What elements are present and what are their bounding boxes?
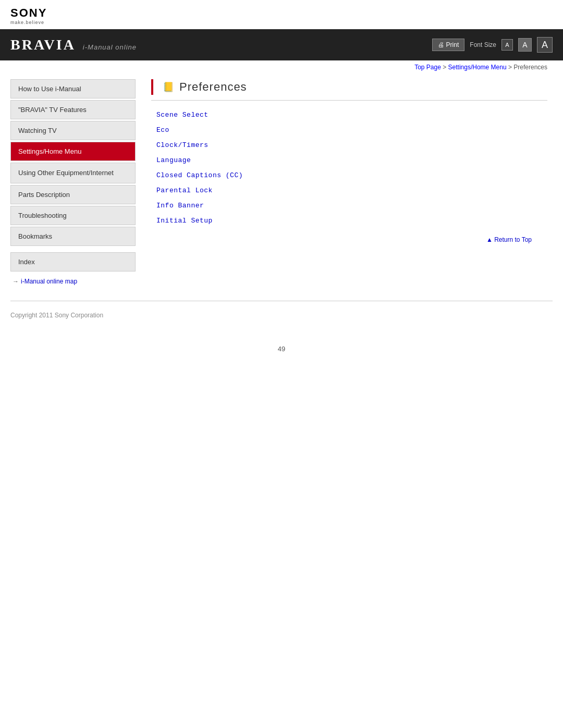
main-layout: How to Use i-Manual "BRAVIA" TV Features… xyxy=(0,74,563,295)
bravia-logo: BRAVIA i-Manual online xyxy=(10,36,137,53)
sony-logo: SONY xyxy=(10,6,553,20)
sidebar-item-troubleshooting[interactable]: Troubleshooting xyxy=(10,206,136,225)
link-eco[interactable]: Eco xyxy=(156,126,547,134)
sidebar-map-link: →i-Manual online map xyxy=(10,277,136,285)
return-to-top-link[interactable]: ▲ Return to Top xyxy=(486,236,532,243)
arrow-icon: → xyxy=(13,278,19,285)
page-title: Preferences xyxy=(179,80,247,94)
return-to-top-section: ▲ Return to Top xyxy=(151,225,547,249)
link-parental-lock[interactable]: Parental Lock xyxy=(156,187,547,194)
sony-logo-area: SONY make.believe xyxy=(0,0,563,29)
header-controls: 🖨 Print Font Size A A A xyxy=(432,37,553,53)
copyright-text: Copyright 2011 Sony Corporation xyxy=(10,312,103,319)
breadcrumb-settings[interactable]: Settings/Home Menu xyxy=(448,64,507,71)
breadcrumb: Top Page > Settings/Home Menu > Preferen… xyxy=(0,60,563,74)
sidebar: How to Use i-Manual "BRAVIA" TV Features… xyxy=(10,79,136,285)
return-to-top-arrow-icon: ▲ xyxy=(486,236,494,243)
link-clock-timers[interactable]: Clock/Timers xyxy=(156,141,547,149)
content-area: 📒 Preferences Scene Select Eco Clock/Tim… xyxy=(146,79,553,285)
top-bar: BRAVIA i-Manual online 🖨 Print Font Size… xyxy=(0,29,563,60)
bravia-brand: BRAVIA xyxy=(10,36,76,53)
preferences-icon: 📒 xyxy=(163,81,174,93)
imanual-map-link[interactable]: →i-Manual online map xyxy=(13,278,77,285)
print-icon: 🖨 xyxy=(438,41,444,48)
breadcrumb-top-page[interactable]: Top Page xyxy=(414,64,441,71)
bravia-tagline: i-Manual online xyxy=(83,43,137,51)
sidebar-item-settings-home[interactable]: Settings/Home Menu xyxy=(10,142,136,161)
link-initial-setup[interactable]: Initial Setup xyxy=(156,217,547,225)
print-button[interactable]: 🖨 Print xyxy=(432,39,465,51)
sidebar-index[interactable]: Index xyxy=(10,252,136,272)
page-number: 49 xyxy=(0,335,563,363)
sidebar-item-using-other[interactable]: Using Other Equipment/Internet xyxy=(10,163,136,183)
font-large-button[interactable]: A xyxy=(537,37,553,53)
link-info-banner[interactable]: Info Banner xyxy=(156,202,547,209)
footer-divider xyxy=(10,301,553,301)
font-size-label: Font Size xyxy=(470,41,496,48)
sidebar-item-parts-description[interactable]: Parts Description xyxy=(10,185,136,204)
sidebar-item-bravia-features[interactable]: "BRAVIA" TV Features xyxy=(10,100,136,119)
title-red-bar xyxy=(151,79,153,95)
sidebar-item-how-to-use[interactable]: How to Use i-Manual xyxy=(10,79,136,98)
font-small-button[interactable]: A xyxy=(501,39,513,51)
page-title-section: 📒 Preferences xyxy=(151,79,547,101)
breadcrumb-current: Preferences xyxy=(513,64,547,71)
link-closed-captions[interactable]: Closed Captions (CC) xyxy=(156,171,547,179)
sony-tagline: make.believe xyxy=(10,20,553,25)
font-medium-button[interactable]: A xyxy=(518,38,532,52)
sidebar-item-bookmarks[interactable]: Bookmarks xyxy=(10,227,136,246)
link-scene-select[interactable]: Scene Select xyxy=(156,111,547,119)
sidebar-item-watching-tv[interactable]: Watching TV xyxy=(10,121,136,140)
footer: Copyright 2011 Sony Corporation xyxy=(0,306,563,335)
content-links: Scene Select Eco Clock/Timers Language C… xyxy=(151,111,547,225)
link-language[interactable]: Language xyxy=(156,156,547,164)
